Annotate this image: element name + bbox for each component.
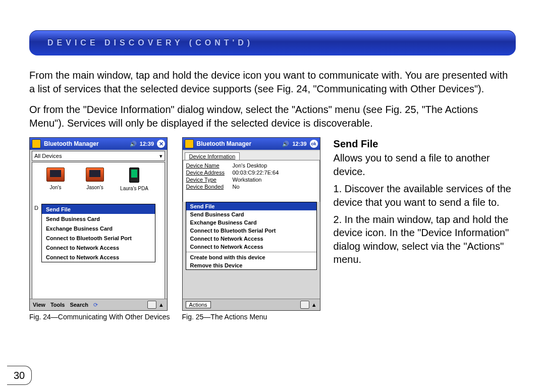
paragraph-1: From the main window, tap and hold the d…: [29, 69, 516, 96]
fig24-app-title: Bluetooth Manager: [44, 140, 130, 147]
fig24-devices: Jon's Jason's Laura's PDA: [32, 162, 165, 191]
menu-separator: [186, 252, 316, 252]
fig25-screenshot: Bluetooth Manager 12:39 ok Device Inform…: [182, 137, 320, 311]
softbar-tools: Tools: [50, 302, 65, 308]
menu-item: Send Business Card: [186, 210, 316, 218]
menu-item: Send Business Card: [42, 214, 155, 223]
fig24-device-filter-value: All Devices: [34, 153, 62, 159]
fig24-desktop-prefix: D: [34, 205, 38, 211]
figure-row: Bluetooth Manager 12:39 ✕ All Devices ▾ …: [29, 137, 516, 321]
value-device-name: Jon's Desktop: [233, 162, 267, 169]
fig24-softbar: View Tools Search ⟳ ▲: [30, 299, 167, 310]
send-file-step-2: 2. In the main window, tap and hold the …: [334, 213, 516, 266]
menu-item-send-file: Send File: [42, 204, 155, 214]
fig25-titlebar: Bluetooth Manager 12:39 ok: [183, 138, 320, 150]
up-caret-icon: ▲: [158, 302, 164, 308]
figure-25: Bluetooth Manager 12:39 ok Device Inform…: [182, 137, 320, 321]
start-flag-icon: [32, 139, 41, 148]
menu-item: Exchange Business Card: [186, 218, 316, 227]
menu-item: Connect to Network Access: [42, 252, 155, 262]
menu-item: Connect to Bluetooth Serial Port: [186, 227, 316, 235]
fig24-screenshot: Bluetooth Manager 12:39 ✕ All Devices ▾ …: [29, 137, 168, 311]
fig25-device-info: Device NameJon's Desktop Device Address0…: [183, 160, 320, 202]
start-flag-icon: [185, 139, 194, 148]
fig24-device-filter: All Devices ▾: [32, 151, 165, 161]
send-file-intro: Allows you to send a file to another dev…: [334, 151, 516, 178]
softbar-view: View: [33, 302, 45, 308]
fig25-caption: Fig. 25—The Actions Menu: [182, 313, 267, 321]
menu-item: Exchange Business Card: [42, 223, 155, 233]
fig25-actions-menu: Send File Send Business Card Exchange Bu…: [186, 202, 317, 270]
speaker-icon: [130, 140, 139, 147]
desktop-icon: [86, 167, 104, 182]
fig24-clock: 12:39: [140, 141, 154, 147]
fig25-tabstrip: Device Information: [183, 151, 320, 160]
ok-icon: ok: [310, 140, 318, 148]
menu-item: Connect to Network Access: [186, 235, 316, 243]
value-device-bonded: No: [233, 184, 240, 190]
device-laura: Laura's PDA: [119, 167, 149, 191]
up-caret-icon: ▲: [311, 302, 317, 308]
chevron-down-icon: ▾: [159, 153, 162, 159]
body-text: From the main window, tap and hold the d…: [29, 69, 516, 130]
close-icon: ✕: [157, 140, 165, 148]
device-jason: Jason's: [80, 167, 110, 191]
menu-item-send-file: Send File: [186, 202, 316, 210]
speaker-icon: [282, 140, 291, 147]
fig24-caption: Fig. 24—Communicating With Other Devices: [29, 313, 170, 321]
paragraph-2: Or from the "Device Information" dialog …: [29, 103, 516, 130]
menu-item-create-bond: Create bond with this device: [186, 253, 316, 261]
value-device-type: Workstation: [233, 177, 262, 183]
softbar-actions-button: Actions: [186, 301, 211, 308]
fig25-softbar: Actions ▲: [183, 299, 320, 310]
send-file-section: Send File Allows you to send a file to a…: [334, 137, 516, 266]
section-banner-title: DEVICE DISCOVERY (CONT'D): [47, 38, 253, 47]
figure-24: Bluetooth Manager 12:39 ✕ All Devices ▾ …: [29, 137, 170, 321]
label-device-name: Device Name: [186, 162, 233, 169]
tab-device-information: Device Information: [185, 152, 240, 160]
send-file-step-1: 1. Discover the available services of th…: [334, 182, 516, 209]
device-jon: Jon's: [40, 167, 71, 191]
pda-icon: [129, 167, 139, 183]
refresh-icon: ⟳: [93, 302, 98, 308]
label-device-address: Device Address: [186, 170, 233, 176]
page-number: 30: [7, 366, 32, 385]
menu-item-remove-device: Remove this Device: [186, 261, 316, 269]
fig24-device-pane: Jon's Jason's Laura's PDA D Send: [32, 162, 165, 299]
desktop-icon: [46, 167, 65, 182]
menu-item: Connect to Network Access: [186, 243, 316, 251]
menu-item: Connect to Bluetooth Serial Port: [42, 233, 155, 243]
keyboard-icon: [147, 301, 156, 309]
manual-page: DEVICE DISCOVERY (CONT'D) From the main …: [0, 0, 545, 392]
menu-item: Connect to Network Access: [42, 243, 155, 252]
fig25-clock: 12:39: [292, 141, 306, 147]
label-device-type: Device Type: [186, 177, 233, 183]
softbar-search: Search: [70, 302, 88, 308]
fig25-app-title: Bluetooth Manager: [197, 140, 283, 147]
fig24-context-menu: Send File Send Business Card Exchange Bu…: [41, 204, 155, 262]
fig24-titlebar: Bluetooth Manager 12:39 ✕: [30, 138, 167, 150]
send-file-heading: Send File: [334, 137, 516, 150]
value-device-address: 00:03:C9:22:7E:64: [233, 170, 279, 176]
label-device-bonded: Device Bonded: [186, 184, 233, 190]
keyboard-icon: [300, 301, 309, 309]
section-banner: DEVICE DISCOVERY (CONT'D): [29, 30, 516, 55]
